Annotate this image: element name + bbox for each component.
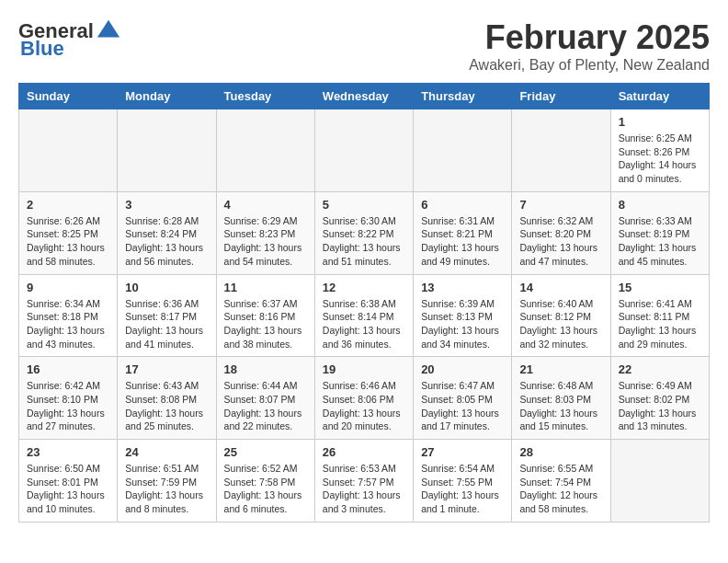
calendar-cell: 11Sunrise: 6:37 AM Sunset: 8:16 PM Dayli…: [216, 274, 314, 357]
calendar-cell: 19Sunrise: 6:46 AM Sunset: 8:06 PM Dayli…: [314, 357, 413, 440]
day-info: Sunrise: 6:52 AM Sunset: 7:58 PM Dayligh…: [224, 462, 307, 516]
day-info: Sunrise: 6:54 AM Sunset: 7:55 PM Dayligh…: [421, 462, 504, 516]
day-info: Sunrise: 6:30 AM Sunset: 8:22 PM Dayligh…: [323, 214, 405, 269]
calendar-week-1: 1Sunrise: 6:25 AM Sunset: 8:26 PM Daylig…: [19, 109, 710, 192]
calendar-week-4: 16Sunrise: 6:42 AM Sunset: 8:10 PM Dayli…: [19, 357, 710, 440]
calendar-cell: 23Sunrise: 6:50 AM Sunset: 8:01 PM Dayli…: [19, 440, 118, 523]
day-number: 20: [421, 362, 504, 376]
calendar-table: SundayMondayTuesdayWednesdayThursdayFrid…: [18, 83, 710, 523]
calendar-cell: 6Sunrise: 6:31 AM Sunset: 8:21 PM Daylig…: [414, 191, 512, 274]
calendar-cell: 27Sunrise: 6:54 AM Sunset: 7:55 PM Dayli…: [414, 440, 512, 523]
day-info: Sunrise: 6:42 AM Sunset: 8:10 PM Dayligh…: [27, 379, 109, 433]
day-info: Sunrise: 6:48 AM Sunset: 8:03 PM Dayligh…: [519, 379, 602, 433]
calendar-cell: 2Sunrise: 6:26 AM Sunset: 8:25 PM Daylig…: [19, 191, 118, 274]
day-info: Sunrise: 6:47 AM Sunset: 8:05 PM Dayligh…: [421, 379, 504, 433]
calendar-cell: 28Sunrise: 6:55 AM Sunset: 7:54 PM Dayli…: [512, 440, 610, 523]
day-info: Sunrise: 6:34 AM Sunset: 8:18 PM Dayligh…: [27, 297, 109, 351]
day-number: 6: [421, 198, 504, 212]
calendar-cell: [314, 109, 413, 192]
header-wednesday: Wednesday: [314, 84, 413, 109]
day-info: Sunrise: 6:41 AM Sunset: 8:11 PM Dayligh…: [619, 297, 701, 351]
day-info: Sunrise: 6:55 AM Sunset: 7:54 PM Dayligh…: [519, 462, 602, 516]
month-year-title: February 2025: [469, 18, 710, 57]
header-thursday: Thursday: [414, 84, 512, 109]
day-number: 26: [323, 445, 405, 459]
day-info: Sunrise: 6:43 AM Sunset: 8:08 PM Dayligh…: [125, 379, 208, 433]
day-info: Sunrise: 6:50 AM Sunset: 8:01 PM Dayligh…: [27, 462, 109, 516]
day-number: 18: [224, 362, 307, 376]
calendar-week-5: 23Sunrise: 6:50 AM Sunset: 8:01 PM Dayli…: [19, 440, 710, 523]
calendar-week-2: 2Sunrise: 6:26 AM Sunset: 8:25 PM Daylig…: [19, 191, 710, 274]
calendar-cell: 5Sunrise: 6:30 AM Sunset: 8:22 PM Daylig…: [314, 191, 413, 274]
day-number: 11: [224, 281, 307, 294]
day-info: Sunrise: 6:29 AM Sunset: 8:23 PM Dayligh…: [224, 214, 307, 269]
calendar-cell: 13Sunrise: 6:39 AM Sunset: 8:13 PM Dayli…: [414, 274, 512, 357]
calendar-cell: [414, 109, 512, 192]
calendar-cell: 4Sunrise: 6:29 AM Sunset: 8:23 PM Daylig…: [216, 191, 314, 274]
header-friday: Friday: [512, 84, 610, 109]
day-info: Sunrise: 6:28 AM Sunset: 8:24 PM Dayligh…: [125, 214, 208, 269]
calendar-cell: 14Sunrise: 6:40 AM Sunset: 8:12 PM Dayli…: [512, 274, 610, 357]
day-number: 28: [519, 445, 602, 459]
logo-icon: [96, 18, 121, 44]
calendar-week-3: 9Sunrise: 6:34 AM Sunset: 8:18 PM Daylig…: [19, 274, 710, 357]
day-info: Sunrise: 6:31 AM Sunset: 8:21 PM Dayligh…: [421, 214, 504, 269]
day-info: Sunrise: 6:44 AM Sunset: 8:07 PM Dayligh…: [224, 379, 307, 433]
day-number: 2: [27, 198, 109, 212]
page-header: General Blue February 2025 Awakeri, Bay …: [18, 18, 710, 74]
header-saturday: Saturday: [610, 84, 709, 109]
calendar-cell: 26Sunrise: 6:53 AM Sunset: 7:57 PM Dayli…: [314, 440, 413, 523]
svg-marker-0: [97, 20, 119, 38]
day-number: 25: [224, 445, 307, 459]
calendar-cell: 22Sunrise: 6:49 AM Sunset: 8:02 PM Dayli…: [610, 357, 709, 440]
calendar-cell: 20Sunrise: 6:47 AM Sunset: 8:05 PM Dayli…: [414, 357, 512, 440]
day-info: Sunrise: 6:46 AM Sunset: 8:06 PM Dayligh…: [323, 379, 405, 433]
calendar-cell: 10Sunrise: 6:36 AM Sunset: 8:17 PM Dayli…: [118, 274, 216, 357]
day-number: 16: [27, 362, 109, 376]
calendar-cell: 18Sunrise: 6:44 AM Sunset: 8:07 PM Dayli…: [216, 357, 314, 440]
logo-blue-text: Blue: [20, 37, 64, 61]
day-info: Sunrise: 6:40 AM Sunset: 8:12 PM Dayligh…: [519, 297, 602, 351]
calendar-cell: 21Sunrise: 6:48 AM Sunset: 8:03 PM Dayli…: [512, 357, 610, 440]
calendar-cell: [19, 109, 118, 192]
calendar-cell: 1Sunrise: 6:25 AM Sunset: 8:26 PM Daylig…: [610, 109, 709, 192]
calendar-cell: 15Sunrise: 6:41 AM Sunset: 8:11 PM Dayli…: [610, 274, 709, 357]
calendar-cell: 8Sunrise: 6:33 AM Sunset: 8:19 PM Daylig…: [610, 191, 709, 274]
calendar-cell: [512, 109, 610, 192]
day-number: 8: [619, 198, 701, 212]
day-number: 24: [125, 445, 208, 459]
header-sunday: Sunday: [19, 84, 118, 109]
day-info: Sunrise: 6:51 AM Sunset: 7:59 PM Dayligh…: [125, 462, 208, 516]
header-tuesday: Tuesday: [216, 84, 314, 109]
day-info: Sunrise: 6:33 AM Sunset: 8:19 PM Dayligh…: [619, 214, 701, 269]
day-number: 12: [323, 281, 405, 294]
calendar-cell: 24Sunrise: 6:51 AM Sunset: 7:59 PM Dayli…: [118, 440, 216, 523]
day-number: 5: [323, 198, 405, 212]
day-number: 15: [619, 281, 701, 294]
day-info: Sunrise: 6:36 AM Sunset: 8:17 PM Dayligh…: [125, 297, 208, 351]
location-subtitle: Awakeri, Bay of Plenty, New Zealand: [469, 57, 710, 74]
calendar-header-row: SundayMondayTuesdayWednesdayThursdayFrid…: [19, 84, 710, 109]
day-number: 17: [125, 362, 208, 376]
calendar-cell: 16Sunrise: 6:42 AM Sunset: 8:10 PM Dayli…: [19, 357, 118, 440]
day-info: Sunrise: 6:37 AM Sunset: 8:16 PM Dayligh…: [224, 297, 307, 351]
calendar-cell: 7Sunrise: 6:32 AM Sunset: 8:20 PM Daylig…: [512, 191, 610, 274]
calendar-cell: 17Sunrise: 6:43 AM Sunset: 8:08 PM Dayli…: [118, 357, 216, 440]
day-info: Sunrise: 6:32 AM Sunset: 8:20 PM Dayligh…: [519, 214, 602, 269]
day-number: 21: [519, 362, 602, 376]
day-number: 27: [421, 445, 504, 459]
day-number: 14: [519, 281, 602, 294]
day-info: Sunrise: 6:25 AM Sunset: 8:26 PM Dayligh…: [619, 132, 701, 186]
day-number: 10: [125, 281, 208, 294]
day-number: 19: [323, 362, 405, 376]
calendar-cell: 3Sunrise: 6:28 AM Sunset: 8:24 PM Daylig…: [118, 191, 216, 274]
day-number: 9: [27, 281, 109, 294]
header-monday: Monday: [118, 84, 216, 109]
calendar-cell: 12Sunrise: 6:38 AM Sunset: 8:14 PM Dayli…: [314, 274, 413, 357]
calendar-cell: [118, 109, 216, 192]
calendar-cell: 25Sunrise: 6:52 AM Sunset: 7:58 PM Dayli…: [216, 440, 314, 523]
day-number: 1: [619, 115, 701, 129]
logo: General Blue: [18, 18, 121, 61]
day-number: 4: [224, 198, 307, 212]
day-info: Sunrise: 6:39 AM Sunset: 8:13 PM Dayligh…: [421, 297, 504, 351]
